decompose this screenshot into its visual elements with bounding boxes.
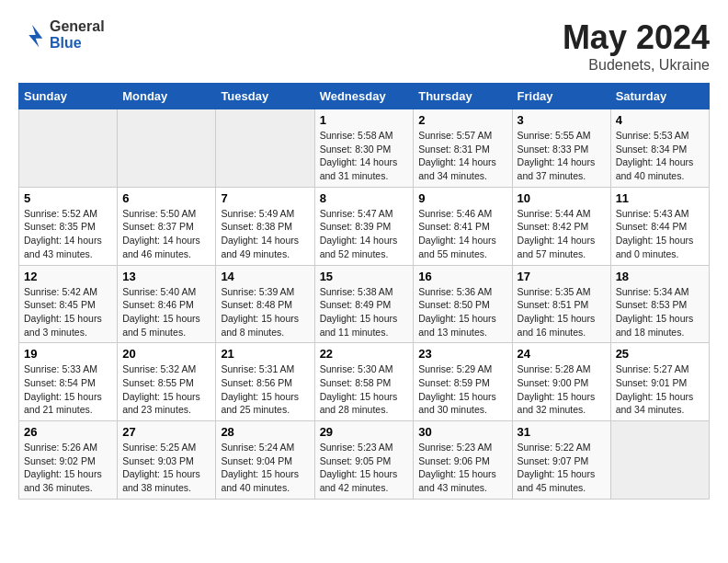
day-number: 19 [24,347,112,361]
calendar-cell [118,109,216,188]
day-number: 18 [616,270,704,283]
calendar-cell: 21Sunrise: 5:31 AMSunset: 8:56 PMDayligh… [216,343,314,421]
day-number: 23 [418,347,506,361]
day-info: Sunrise: 5:22 AMSunset: 9:07 PMDaylight:… [518,441,606,495]
day-number: 15 [320,270,409,283]
day-info: Sunrise: 5:39 AMSunset: 8:48 PMDaylight:… [221,285,309,339]
calendar-cell: 4Sunrise: 5:53 AMSunset: 8:34 PMDaylight… [610,109,709,188]
day-number: 7 [221,191,309,205]
calendar-cell: 19Sunrise: 5:33 AMSunset: 8:54 PMDayligh… [19,343,118,421]
day-number: 6 [122,191,210,205]
day-number: 24 [518,347,606,361]
calendar-cell: 10Sunrise: 5:44 AMSunset: 8:42 PMDayligh… [512,187,610,265]
calendar-week-row: 26Sunrise: 5:26 AMSunset: 9:02 PMDayligh… [19,421,710,500]
calendar-cell: 25Sunrise: 5:27 AMSunset: 9:01 PMDayligh… [610,343,709,421]
weekday-header: Monday [118,84,216,109]
main-title: May 2024 [563,18,710,57]
page-header: General Blue May 2024 Budenets, Ukraine [18,18,710,74]
weekday-header: Wednesday [314,84,414,109]
weekday-header: Sunday [19,84,118,109]
subtitle: Budenets, Ukraine [563,57,710,74]
day-info: Sunrise: 5:26 AMSunset: 9:02 PMDaylight:… [24,441,112,495]
calendar-table: SundayMondayTuesdayWednesdayThursdayFrid… [18,83,710,500]
calendar-cell: 7Sunrise: 5:49 AMSunset: 8:38 PMDaylight… [216,187,314,265]
day-info: Sunrise: 5:31 AMSunset: 8:56 PMDaylight:… [221,362,309,417]
day-info: Sunrise: 5:24 AMSunset: 9:04 PMDaylight:… [221,441,309,495]
logo: General Blue [18,18,105,52]
day-info: Sunrise: 5:27 AMSunset: 9:01 PMDaylight:… [616,362,704,417]
calendar-week-row: 12Sunrise: 5:42 AMSunset: 8:45 PMDayligh… [19,265,710,343]
calendar-cell: 12Sunrise: 5:42 AMSunset: 8:45 PMDayligh… [19,265,118,343]
day-info: Sunrise: 5:42 AMSunset: 8:45 PMDaylight:… [24,285,112,339]
calendar-cell: 29Sunrise: 5:23 AMSunset: 9:05 PMDayligh… [314,421,414,500]
day-number: 26 [24,425,112,439]
day-info: Sunrise: 5:53 AMSunset: 8:34 PMDaylight:… [616,129,704,183]
calendar-cell: 17Sunrise: 5:35 AMSunset: 8:51 PMDayligh… [512,265,610,343]
weekday-header-row: SundayMondayTuesdayWednesdayThursdayFrid… [19,84,710,109]
calendar-cell: 11Sunrise: 5:43 AMSunset: 8:44 PMDayligh… [610,187,709,265]
day-info: Sunrise: 5:35 AMSunset: 8:51 PMDaylight:… [518,285,606,339]
calendar-cell: 8Sunrise: 5:47 AMSunset: 8:39 PMDaylight… [314,187,414,265]
svg-marker-0 [28,25,42,48]
day-number: 4 [616,113,704,127]
day-number: 20 [122,347,210,361]
day-number: 30 [418,425,506,439]
calendar-week-row: 19Sunrise: 5:33 AMSunset: 8:54 PMDayligh… [19,343,710,421]
day-number: 17 [518,270,606,283]
calendar-cell: 14Sunrise: 5:39 AMSunset: 8:48 PMDayligh… [216,265,314,343]
calendar-cell: 23Sunrise: 5:29 AMSunset: 8:59 PMDayligh… [414,343,512,421]
calendar-cell: 20Sunrise: 5:32 AMSunset: 8:55 PMDayligh… [118,343,216,421]
day-number: 31 [518,425,606,439]
day-info: Sunrise: 5:57 AMSunset: 8:31 PMDaylight:… [418,129,506,183]
day-info: Sunrise: 5:30 AMSunset: 8:58 PMDaylight:… [320,362,409,417]
day-number: 12 [24,270,112,283]
day-info: Sunrise: 5:47 AMSunset: 8:39 PMDaylight:… [320,207,409,261]
day-info: Sunrise: 5:38 AMSunset: 8:49 PMDaylight:… [320,285,409,339]
day-number: 8 [320,191,409,205]
day-info: Sunrise: 5:32 AMSunset: 8:55 PMDaylight:… [122,362,210,417]
day-info: Sunrise: 5:33 AMSunset: 8:54 PMDaylight:… [24,362,112,417]
calendar-cell: 2Sunrise: 5:57 AMSunset: 8:31 PMDaylight… [414,109,512,188]
day-info: Sunrise: 5:55 AMSunset: 8:33 PMDaylight:… [518,129,606,183]
day-info: Sunrise: 5:36 AMSunset: 8:50 PMDaylight:… [418,285,506,339]
day-number: 2 [418,113,506,127]
calendar-cell: 18Sunrise: 5:34 AMSunset: 8:53 PMDayligh… [610,265,709,343]
calendar-cell: 16Sunrise: 5:36 AMSunset: 8:50 PMDayligh… [414,265,512,343]
calendar-cell [610,421,709,500]
day-info: Sunrise: 5:34 AMSunset: 8:53 PMDaylight:… [616,285,704,339]
day-info: Sunrise: 5:49 AMSunset: 8:38 PMDaylight:… [221,207,309,261]
logo-icon [18,21,46,49]
calendar-cell: 24Sunrise: 5:28 AMSunset: 9:00 PMDayligh… [512,343,610,421]
day-number: 28 [221,425,309,439]
weekday-header: Saturday [610,84,709,109]
calendar-cell: 3Sunrise: 5:55 AMSunset: 8:33 PMDaylight… [512,109,610,188]
day-info: Sunrise: 5:25 AMSunset: 9:03 PMDaylight:… [122,441,210,495]
weekday-header: Tuesday [216,84,314,109]
calendar-cell [216,109,314,188]
logo-text: General Blue [50,18,105,52]
day-number: 10 [518,191,606,205]
calendar-cell: 1Sunrise: 5:58 AMSunset: 8:30 PMDaylight… [314,109,414,188]
day-info: Sunrise: 5:50 AMSunset: 8:37 PMDaylight:… [122,207,210,261]
day-number: 13 [122,270,210,283]
calendar-cell: 6Sunrise: 5:50 AMSunset: 8:37 PMDaylight… [118,187,216,265]
day-info: Sunrise: 5:52 AMSunset: 8:35 PMDaylight:… [24,207,112,261]
logo-general: General [50,18,105,35]
calendar-cell: 9Sunrise: 5:46 AMSunset: 8:41 PMDaylight… [414,187,512,265]
day-info: Sunrise: 5:58 AMSunset: 8:30 PMDaylight:… [320,129,409,183]
calendar-cell: 27Sunrise: 5:25 AMSunset: 9:03 PMDayligh… [118,421,216,500]
day-number: 1 [320,113,409,127]
logo-blue: Blue [50,35,105,52]
calendar-cell: 28Sunrise: 5:24 AMSunset: 9:04 PMDayligh… [216,421,314,500]
day-number: 3 [518,113,606,127]
calendar-cell: 13Sunrise: 5:40 AMSunset: 8:46 PMDayligh… [118,265,216,343]
day-number: 16 [418,270,506,283]
day-info: Sunrise: 5:43 AMSunset: 8:44 PMDaylight:… [616,207,704,261]
weekday-header: Thursday [414,84,512,109]
title-block: May 2024 Budenets, Ukraine [563,18,710,74]
day-number: 27 [122,425,210,439]
calendar-week-row: 5Sunrise: 5:52 AMSunset: 8:35 PMDaylight… [19,187,710,265]
day-number: 21 [221,347,309,361]
day-number: 5 [24,191,112,205]
day-number: 14 [221,270,309,283]
